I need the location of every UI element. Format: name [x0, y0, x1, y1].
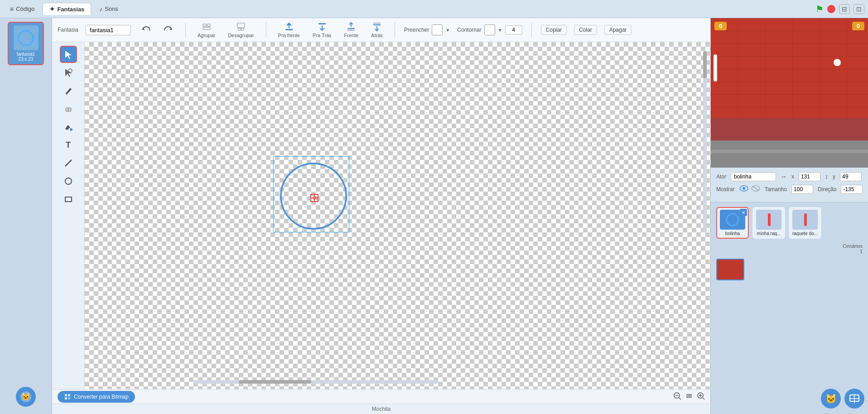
y-arrow-icon: ↕ — [825, 173, 828, 180]
ungroup-icon — [236, 22, 246, 32]
add-sprite-cat-btn[interactable]: 🐱 — [16, 387, 36, 407]
sprite-thumbnail: fantasia1 23 x 23 — [8, 22, 44, 65]
svg-rect-16 — [373, 23, 381, 24]
forward-label: Pra frente — [278, 33, 300, 38]
right-cat-icon: 🐱 — [825, 393, 837, 404]
text-tool-btn[interactable]: T — [60, 136, 77, 154]
svg-rect-49 — [768, 213, 771, 226]
svg-point-0 — [19, 31, 33, 45]
canvas-vert-thumb — [703, 51, 707, 78]
forward-btn[interactable]: Pra frente — [275, 21, 303, 39]
copy-btn[interactable]: Copiar — [541, 25, 567, 35]
sprite-delete-bolinha[interactable]: ✕ — [740, 209, 747, 216]
group-icon — [202, 22, 212, 32]
svg-rect-11 — [285, 29, 293, 30]
sprite-label-bolinha: bolinha — [725, 231, 740, 236]
sprite-card-bolinha[interactable]: ✕ bolinha — [716, 207, 749, 239]
circle-svg — [277, 160, 350, 232]
x-input[interactable] — [799, 172, 820, 181]
green-flag-icon[interactable]: ⚑ — [815, 4, 824, 14]
red-stop-icon[interactable] — [827, 5, 835, 13]
svg-rect-25 — [65, 197, 72, 202]
right-stage-btn[interactable] — [844, 389, 864, 409]
zoom-out-btn[interactable] — [673, 392, 681, 402]
canvas-h-scrollbar[interactable] — [193, 380, 438, 384]
tab-codigo[interactable]: ≡ Código — [4, 3, 41, 15]
outline-label: Contornar — [457, 27, 481, 33]
show-visible-btn[interactable] — [739, 185, 748, 193]
line-tool-btn[interactable] — [60, 154, 77, 172]
main-layout: fantasia1 23 x 23 🐱 Fantasia — [0, 18, 868, 414]
select-tool-btn[interactable] — [60, 46, 77, 63]
delete-btn[interactable]: Apagar — [604, 25, 632, 35]
size-input[interactable] — [791, 185, 813, 194]
svg-point-19 — [68, 69, 72, 72]
actor-show-row: Mostrar Tamanho — [716, 185, 863, 194]
outline-value-input[interactable] — [505, 25, 522, 34]
header-icons: ⚑ ⊟ ⊡ — [815, 4, 864, 14]
circle-tool-btn[interactable] — [60, 173, 77, 190]
tab-fantasias-label: Fantasias — [57, 6, 84, 13]
fill-arrow[interactable]: ▼ — [445, 28, 450, 33]
outline-arrow[interactable]: ▼ — [498, 28, 502, 33]
svg-rect-31 — [68, 394, 70, 396]
actor-name-input[interactable] — [731, 172, 776, 181]
undo-btn[interactable] — [138, 24, 154, 36]
zoom-reset-btn[interactable] — [685, 392, 693, 402]
zoom-controls — [673, 392, 705, 402]
layout-full-btn[interactable]: ⊡ — [854, 4, 864, 14]
redo-btn[interactable] — [161, 24, 176, 36]
backward-icon — [317, 22, 327, 32]
undo-icon — [141, 25, 151, 35]
stage-ground-stripe — [711, 149, 868, 153]
show-hidden-btn[interactable] — [751, 185, 760, 193]
select2-tool-btn[interactable] — [60, 64, 77, 81]
backward-label: Pra Trás — [313, 33, 332, 38]
sprite-card-raquete-do[interactable]: raquete do... — [789, 207, 821, 239]
cat-icon: 🐱 — [19, 390, 32, 403]
front-btn[interactable]: Frente — [342, 21, 362, 39]
convert-bitmap-btn[interactable]: Converter para Bitmap — [58, 391, 135, 403]
pencil-tool-btn[interactable] — [60, 82, 77, 99]
svg-rect-15 — [373, 24, 381, 26]
direction-label: Direção — [818, 186, 836, 193]
y-input[interactable] — [840, 172, 862, 181]
layout-split-btn[interactable]: ⊟ — [839, 4, 850, 14]
eye-closed-icon — [751, 185, 760, 192]
back-btn[interactable]: Atrás — [368, 21, 386, 39]
tab-sons[interactable]: ♪ Sons — [93, 3, 125, 15]
fill-color-swatch[interactable] — [432, 24, 443, 35]
svg-rect-14 — [347, 30, 355, 31]
stage-thumb[interactable] — [716, 259, 744, 280]
back-icon — [372, 22, 382, 32]
direction-input[interactable] — [841, 185, 863, 194]
svg-point-26 — [281, 164, 346, 229]
sprites-row: ✕ bolinha minha raq... — [711, 202, 868, 243]
svg-rect-7 — [203, 27, 210, 29]
left-panel: fantasia1 23 x 23 🐱 — [0, 18, 52, 414]
center-area: Fantasia Agrupar — [52, 18, 710, 414]
canvas-vert-scrollbar[interactable] — [703, 51, 707, 232]
fill-area: Preencher ▼ — [404, 24, 450, 35]
fill-tool-btn[interactable] — [60, 118, 77, 135]
svg-line-23 — [65, 160, 72, 166]
svg-rect-5 — [203, 24, 206, 26]
canvas-area[interactable] — [85, 42, 710, 389]
sprite-circle-preview — [17, 29, 35, 47]
fantasia-name-input[interactable] — [86, 25, 131, 35]
right-cat-btn[interactable]: 🐱 — [821, 389, 841, 409]
rect-tool-btn[interactable] — [60, 191, 77, 208]
drawn-circle — [277, 160, 350, 232]
backward-btn[interactable]: Pra Trás — [310, 21, 334, 39]
tab-fantasias[interactable]: ✦ Fantasias — [43, 3, 91, 15]
ungroup-btn[interactable]: Desagrupar — [225, 21, 256, 39]
paddle-left — [714, 54, 717, 82]
canvas-h-scrollbar-thumb — [239, 380, 311, 384]
cut-btn[interactable]: Colar — [574, 25, 597, 35]
zoom-in-btn[interactable] — [697, 392, 705, 402]
actor-props: Ator ↔ x ↕ y Mostrar — [711, 168, 868, 202]
eraser-tool-btn[interactable] — [60, 100, 77, 117]
group-btn[interactable]: Agrupar — [195, 21, 218, 39]
outline-color-swatch[interactable] — [484, 24, 495, 35]
sprite-card-minha-raquete[interactable]: minha raq... — [752, 207, 785, 239]
